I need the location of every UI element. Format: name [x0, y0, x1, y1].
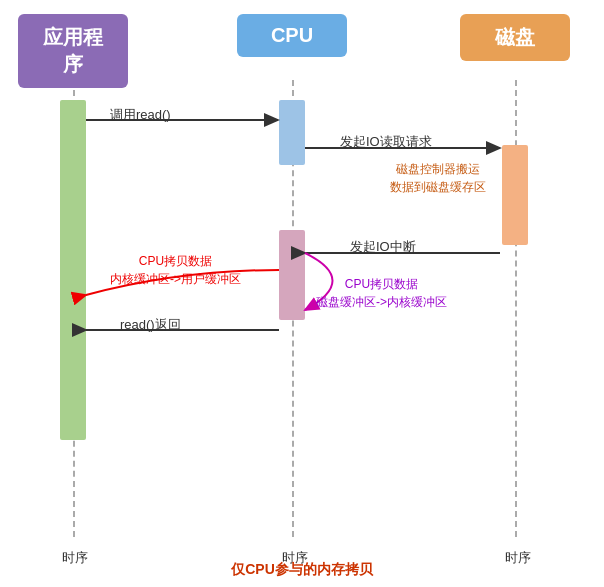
timeline-bar-cpu-top [279, 100, 305, 165]
label-read-return: read()返回 [120, 316, 181, 334]
label-call-read: 调用read() [110, 106, 171, 124]
timeline-bar-disk [502, 145, 528, 245]
header-disk: 磁盘 [460, 14, 570, 61]
label-io-read: 发起IO读取请求 [340, 133, 432, 151]
header-app: 应用程序 [18, 14, 128, 88]
label-cpu-copy-disk: CPU拷贝数据磁盘缓冲区->内核缓冲区 [316, 275, 447, 311]
header-cpu: CPU [237, 14, 347, 57]
footer-note: 仅CPU参与的内存拷贝 [0, 561, 604, 579]
timeline-bar-app [60, 100, 86, 440]
timeline-bar-cpu-bottom [279, 230, 305, 320]
label-disk-controller: 磁盘控制器搬运数据到磁盘缓存区 [390, 160, 486, 196]
diagram-container: 应用程序 CPU 磁盘 [0, 0, 604, 587]
label-cpu-copy-kernel: CPU拷贝数据内核缓冲区->用户缓冲区 [110, 252, 241, 288]
label-io-interrupt: 发起IO中断 [350, 238, 416, 256]
